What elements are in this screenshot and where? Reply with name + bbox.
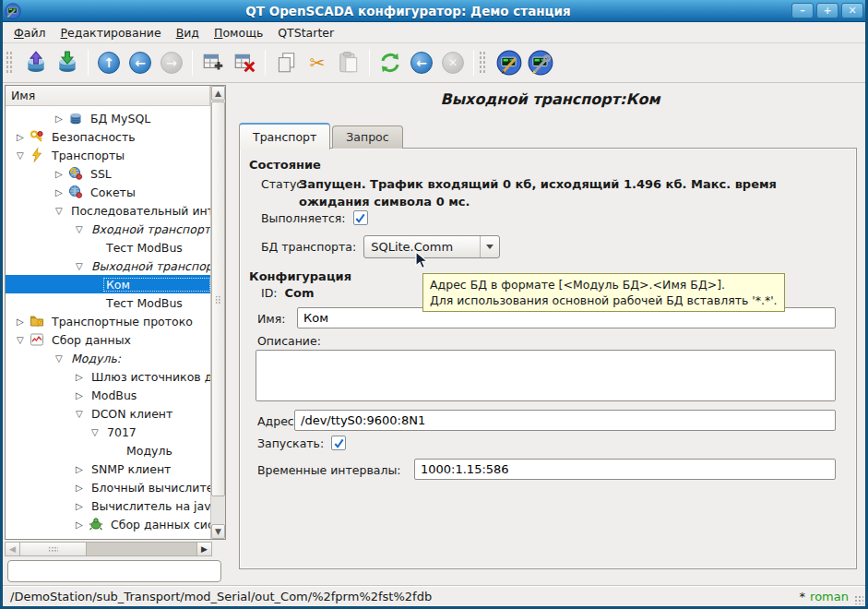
transport-db-select[interactable]: SQLite.Comm xyxy=(363,235,500,258)
timings-input[interactable] xyxy=(414,459,836,480)
tooltip-line-2: Для использования основной рабочей БД вс… xyxy=(430,293,778,308)
tree-item-modbus[interactable]: ModBus xyxy=(6,386,210,404)
resize-grip[interactable] xyxy=(854,595,863,604)
tab-request[interactable]: Запрос xyxy=(332,125,402,149)
tree-filter-input[interactable] xyxy=(7,560,221,582)
expander-icon[interactable] xyxy=(76,261,89,271)
tree-item-input-transport[interactable]: Входной транспорт xyxy=(6,220,210,238)
expander-icon[interactable] xyxy=(76,390,89,400)
description-textarea[interactable] xyxy=(256,350,836,401)
openscada-tool-icon[interactable] xyxy=(526,48,555,78)
menu-qtstarter[interactable]: QTStarter xyxy=(270,23,341,42)
expander-icon[interactable] xyxy=(17,316,30,327)
expander-icon[interactable] xyxy=(76,501,89,511)
tree-item-protocols[interactable]: Транспортные протоко xyxy=(6,312,210,330)
mouse-cursor-icon xyxy=(415,251,429,270)
state-heading: Состояние xyxy=(249,158,321,172)
tab-content: Состояние Статус: Запущен. Трафик входящ… xyxy=(239,148,857,569)
toolbar-handle-2[interactable] xyxy=(479,51,486,75)
scroll-up-icon[interactable]: ▲ xyxy=(211,86,225,101)
toolbar-handle[interactable] xyxy=(6,51,13,75)
system-da-icon xyxy=(89,517,105,531)
start-icon[interactable] xyxy=(407,48,436,78)
menu-edit[interactable]: Редактирование xyxy=(54,23,169,42)
title-bar[interactable]: QT OpenSCADA конфигуратор: Демо станция xyxy=(0,0,868,22)
tree-item-system-da[interactable]: Сбор данных сис xyxy=(6,515,210,533)
tree-item-ssl[interactable]: SSL xyxy=(6,164,210,183)
save-to-db-icon[interactable] xyxy=(53,48,82,78)
menu-help[interactable]: Помощь xyxy=(207,23,270,42)
maximize-button[interactable] xyxy=(816,3,838,18)
paste-item-icon[interactable] xyxy=(334,48,363,78)
tree-item-7017[interactable]: 7017 xyxy=(6,423,210,441)
config-heading: Конфигурация xyxy=(249,269,351,283)
tree-item-bd-mysql[interactable]: БД MySQL xyxy=(6,109,210,127)
expander-icon[interactable] xyxy=(55,169,68,179)
tree-item-data-acquisition[interactable]: Сбор данных xyxy=(6,330,210,349)
expander-icon[interactable] xyxy=(17,150,30,161)
scrollbar-thumb[interactable] xyxy=(211,102,225,496)
stop-icon[interactable] xyxy=(438,48,468,78)
tab-transport[interactable]: Транспорт xyxy=(239,123,330,149)
expander-icon[interactable] xyxy=(76,519,89,530)
copy-item-icon[interactable] xyxy=(271,48,301,78)
tree-horizontal-scrollbar[interactable]: ◀ ▶ xyxy=(5,542,212,556)
expander-icon[interactable] xyxy=(55,353,68,364)
tostart-label: Запускать: xyxy=(257,436,324,450)
tree-item-module-7017[interactable]: Модуль xyxy=(6,441,210,460)
expander-icon[interactable] xyxy=(55,113,68,124)
tree-item-serial[interactable]: Последовательный инт xyxy=(6,201,210,220)
cut-item-icon[interactable]: ✂ xyxy=(303,48,332,78)
menu-view[interactable]: Вид xyxy=(169,23,207,42)
tree-header-name[interactable]: Имя xyxy=(6,86,210,106)
expander-icon[interactable] xyxy=(76,464,89,474)
expander-icon[interactable] xyxy=(55,206,68,216)
scroll-left-icon[interactable]: ◀ xyxy=(6,543,20,555)
tree-item-security[interactable]: Безопасность xyxy=(6,127,210,146)
menu-file[interactable]: Файл xyxy=(6,23,54,42)
go-forward-icon[interactable] xyxy=(157,48,186,78)
scroll-down-icon[interactable]: ▼ xyxy=(211,524,225,539)
go-back-icon[interactable] xyxy=(125,48,155,78)
status-path: /DemoStation/sub_Transport/mod_Serial/ou… xyxy=(10,590,432,603)
description-label: Описание: xyxy=(257,334,321,348)
tree-item-block-calc[interactable]: Блочный вычислите xyxy=(6,478,210,496)
running-checkbox[interactable] xyxy=(353,210,368,225)
tree-item-kom-selected[interactable]: Ком xyxy=(6,275,210,293)
minimize-button[interactable] xyxy=(791,3,814,18)
database-icon xyxy=(68,111,85,125)
tree-item-test-modbus-in[interactable]: Тест ModBus xyxy=(6,238,210,257)
load-from-db-icon[interactable] xyxy=(21,48,51,78)
scrollbar-thumb[interactable] xyxy=(20,543,87,555)
close-button[interactable] xyxy=(841,3,863,18)
expander-icon[interactable] xyxy=(17,335,30,345)
expander-icon[interactable] xyxy=(76,483,89,493)
expander-icon[interactable] xyxy=(17,132,30,142)
tree-item-output-transport[interactable]: Выходной транспор xyxy=(6,257,210,275)
tooltip-line-1: Адрес БД в формате [<Модуль БД>.<Имя БД>… xyxy=(430,277,778,293)
scroll-right-icon[interactable]: ▶ xyxy=(196,543,211,555)
remove-item-icon[interactable] xyxy=(230,48,259,78)
tree-item-test-modbus-out[interactable]: Тест ModBus xyxy=(6,293,210,312)
go-up-icon[interactable] xyxy=(94,48,124,78)
tree-item-sockets[interactable]: Сокеты xyxy=(6,183,210,201)
tree-item-java-calc[interactable]: Вычислитель на java xyxy=(6,496,210,515)
add-item-icon[interactable] xyxy=(198,48,228,78)
address-input[interactable] xyxy=(294,410,836,431)
transport-db-label: БД транспорта: xyxy=(261,240,356,254)
tree-item-snmp-client[interactable]: SNMP клиент xyxy=(6,460,210,478)
expander-icon[interactable] xyxy=(91,427,104,437)
expander-icon[interactable] xyxy=(55,187,68,197)
tree-item-gateway[interactable]: Шлюз источников д xyxy=(6,367,210,386)
tree-vertical-scrollbar[interactable]: ▲ ▼ xyxy=(210,86,225,539)
expander-icon[interactable] xyxy=(76,372,89,382)
refresh-icon[interactable] xyxy=(375,48,405,78)
tree-item-module[interactable]: Модуль: xyxy=(6,349,210,367)
expander-icon[interactable] xyxy=(76,224,89,234)
openscada-configurator-icon[interactable] xyxy=(494,48,524,78)
tostart-checkbox[interactable] xyxy=(331,436,346,450)
expander-icon[interactable] xyxy=(76,409,89,419)
chevron-down-icon[interactable] xyxy=(480,236,499,257)
tree-item-dcon-client[interactable]: DCON клиент xyxy=(6,404,210,423)
tree-item-transports[interactable]: Транспорты xyxy=(6,146,210,164)
